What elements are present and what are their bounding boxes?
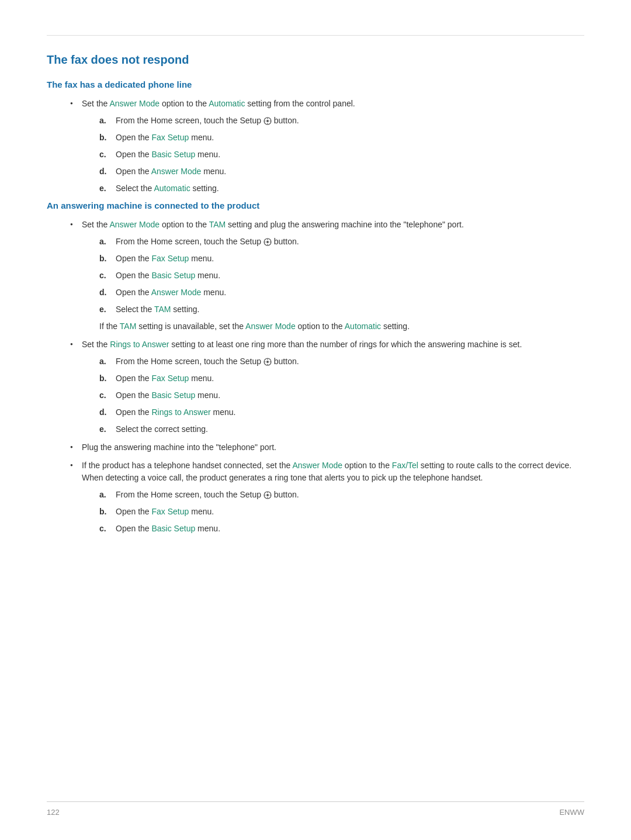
- svg-point-7: [266, 241, 269, 243]
- link-rings-to-answer-3d[interactable]: Rings to Answer: [152, 407, 211, 417]
- svg-point-13: [266, 361, 269, 363]
- setup-icon: [264, 116, 272, 125]
- link-fax-tel-4[interactable]: Fax/Tel: [392, 461, 418, 470]
- svg-point-19: [266, 494, 269, 496]
- link-basic-setup-2c[interactable]: Basic Setup: [152, 271, 196, 280]
- link-basic-setup-4c[interactable]: Basic Setup: [152, 524, 196, 533]
- footer: 122 ENWW: [47, 801, 584, 817]
- link-answer-mode-2[interactable]: Answer Mode: [109, 220, 160, 229]
- step-2b: b. Open the Fax Setup menu.: [99, 253, 584, 265]
- bullet-2-2: Set the Rings to Answer setting to at le…: [70, 338, 584, 435]
- link-basic-setup-1[interactable]: Basic Setup: [152, 150, 196, 159]
- link-automatic-note[interactable]: Automatic: [345, 322, 381, 331]
- link-fax-setup-4b[interactable]: Fax Setup: [152, 507, 189, 516]
- setup-icon-2a: [264, 237, 272, 246]
- alpha-list-2: a. From the Home screen, touch the Setup…: [99, 236, 584, 316]
- footer-page-chapter: 122: [47, 808, 60, 817]
- section-heading-dedicated: The fax has a dedicated phone line: [47, 79, 584, 89]
- step-1c: c. Open the Basic Setup menu.: [99, 148, 584, 161]
- step-4c: c. Open the Basic Setup menu.: [99, 523, 584, 535]
- step-1e: e. Select the Automatic setting.: [99, 182, 584, 195]
- setup-icon-4a: [264, 490, 272, 499]
- step-1b: b. Open the Fax Setup menu.: [99, 132, 584, 144]
- link-rings-to-answer[interactable]: Rings to Answer: [110, 340, 169, 349]
- link-basic-setup-3c[interactable]: Basic Setup: [152, 390, 196, 400]
- bullet-1: Set the Answer Mode option to the Automa…: [70, 98, 584, 195]
- link-answer-mode-4[interactable]: Answer Mode: [292, 461, 342, 470]
- page-title: The fax does not respond: [47, 35, 584, 67]
- link-fax-setup-1[interactable]: Fax Setup: [152, 133, 189, 142]
- alpha-list-4: a. From the Home screen, touch the Setup…: [99, 489, 584, 535]
- step-4a: a. From the Home screen, touch the Setup…: [99, 489, 584, 501]
- link-answer-mode-2d[interactable]: Answer Mode: [151, 288, 202, 297]
- link-answer-mode-note[interactable]: Answer Mode: [245, 322, 296, 331]
- section-heading-answering-machine: An answering machine is connected to the…: [47, 201, 584, 210]
- bullet-2-3: Plug the answering machine into the "tel…: [70, 441, 584, 454]
- svg-point-1: [266, 120, 269, 122]
- step-3c: c. Open the Basic Setup menu.: [99, 389, 584, 402]
- link-automatic-1e[interactable]: Automatic: [154, 184, 190, 193]
- step-2c: c. Open the Basic Setup menu.: [99, 269, 584, 282]
- step-1d: d. Open the Answer Mode menu.: [99, 165, 584, 178]
- step-2a: a. From the Home screen, touch the Setup…: [99, 236, 584, 248]
- link-tam-1[interactable]: TAM: [209, 220, 226, 229]
- step-4b: b. Open the Fax Setup menu.: [99, 506, 584, 518]
- link-fax-setup-2b[interactable]: Fax Setup: [152, 254, 189, 263]
- step-2e: e. Select the TAM setting.: [99, 303, 584, 316]
- link-tam-note[interactable]: TAM: [120, 322, 137, 331]
- step-3d: d. Open the Rings to Answer menu.: [99, 406, 584, 419]
- link-automatic-1[interactable]: Automatic: [209, 99, 245, 108]
- section-1-bullets: Set the Answer Mode option to the Automa…: [70, 98, 584, 195]
- footer-brand: ENWW: [559, 808, 584, 817]
- setup-icon-3a: [264, 357, 272, 365]
- link-answer-mode-1[interactable]: Answer Mode: [109, 99, 160, 108]
- bullet-2-1: Set the Answer Mode option to the TAM se…: [70, 219, 584, 333]
- step-1a: a. From the Home screen, touch the Setup…: [99, 115, 584, 127]
- link-tam-2e[interactable]: TAM: [154, 305, 171, 314]
- alpha-list-3: a. From the Home screen, touch the Setup…: [99, 355, 584, 435]
- tam-note: If the TAM setting is unavailable, set t…: [99, 320, 584, 333]
- bullet-2-4: If the product has a telephone handset c…: [70, 459, 584, 535]
- section-2-bullets: Set the Answer Mode option to the TAM se…: [70, 219, 584, 535]
- link-answer-mode-1d[interactable]: Answer Mode: [151, 167, 202, 176]
- step-3e: e. Select the correct setting.: [99, 423, 584, 435]
- step-3a: a. From the Home screen, touch the Setup…: [99, 355, 584, 368]
- step-2d: d. Open the Answer Mode menu.: [99, 286, 584, 299]
- link-fax-setup-3b[interactable]: Fax Setup: [152, 374, 189, 383]
- alpha-list-1: a. From the Home screen, touch the Setup…: [99, 115, 584, 195]
- step-3b: b. Open the Fax Setup menu.: [99, 372, 584, 385]
